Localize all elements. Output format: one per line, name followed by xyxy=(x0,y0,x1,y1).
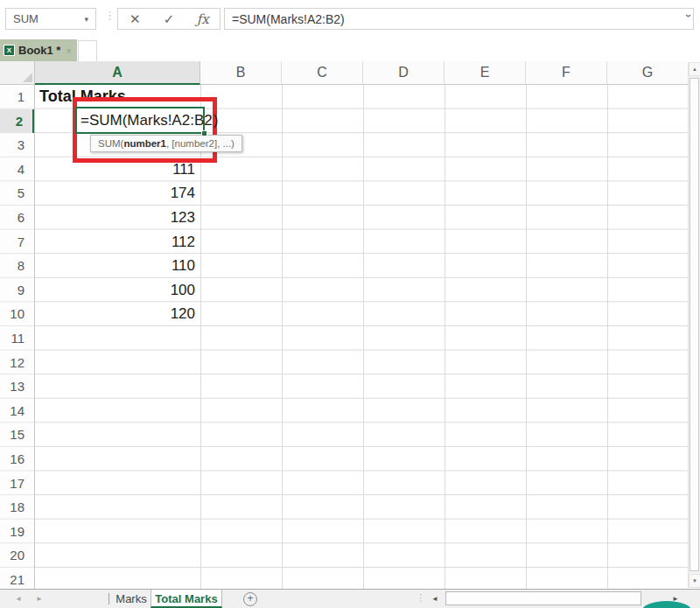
gridline xyxy=(526,85,527,589)
function-screentip: SUM(number1, [number2], ...) xyxy=(90,135,242,152)
column-header-a[interactable]: A xyxy=(35,61,200,85)
vertical-scrollbar[interactable]: ▲ ▼ xyxy=(688,62,700,588)
workbook-tab-close-icon[interactable]: × xyxy=(66,45,71,56)
column-header-b[interactable]: B xyxy=(200,61,282,85)
name-box-value: SUM xyxy=(13,12,38,25)
hint-arg1: number1 xyxy=(123,138,166,149)
row-header[interactable]: 13 xyxy=(0,374,34,399)
gridline xyxy=(444,85,445,589)
editor-text-before-caret: =SUM(Marks!A2:B2 xyxy=(80,112,213,129)
formula-buttons: ✕ ✓ ƒx xyxy=(117,8,220,30)
excel-file-icon: X xyxy=(4,45,15,56)
formula-bar-input[interactable]: =SUM(Marks!A2:B2) xyxy=(224,8,694,30)
hint-rest: , [number2], ...) xyxy=(166,138,234,149)
fill-handle[interactable] xyxy=(201,130,207,136)
row-header[interactable]: 20 xyxy=(0,543,34,568)
column-header-g[interactable]: G xyxy=(607,61,688,85)
column-header-c[interactable]: C xyxy=(282,61,363,85)
tab-divider xyxy=(108,593,109,605)
row-headers: 1 2 3 4 5 6 7 8 9 10 11 12 13 14 15 16 1… xyxy=(0,85,35,589)
row-header[interactable]: 8 xyxy=(0,254,34,278)
gridline xyxy=(363,85,364,589)
enter-button[interactable]: ✓ xyxy=(152,9,186,29)
sheet-tab-total-marks[interactable]: Total Marks xyxy=(150,590,222,608)
select-all-triangle-icon xyxy=(23,73,32,82)
scroll-left-icon[interactable]: ◄ xyxy=(431,590,438,608)
row-header-active[interactable]: 2 xyxy=(0,109,34,134)
insert-function-button[interactable]: ƒx xyxy=(186,9,220,29)
new-sheet-button[interactable]: + xyxy=(243,592,257,606)
column-headers: A B C D E F G xyxy=(35,61,688,85)
row-header[interactable]: 5 xyxy=(0,181,34,206)
sheet-tab-bar: ◄ ► Marks Total Marks + ⋮ ◄ ► xyxy=(0,589,700,608)
row-header[interactable]: 7 xyxy=(0,230,34,255)
row-header[interactable]: 18 xyxy=(0,495,34,520)
cell-a9[interactable]: 100 xyxy=(35,278,195,303)
row-header[interactable]: 6 xyxy=(0,206,34,230)
active-cell-editor[interactable]: =SUM(Marks!A2:B2 ) xyxy=(75,107,205,134)
document-tab-strip: X Book1 * × ▾ ✕ xyxy=(0,38,700,61)
scroll-down-icon[interactable]: ▼ xyxy=(689,574,700,588)
formula-bar-row: SUM ▾ ⋮ ✕ ✓ ƒx =SUM(Marks!A2:B2) › xyxy=(0,0,700,38)
row-header[interactable]: 19 xyxy=(0,520,34,544)
grip-dots-icon: ⋮ xyxy=(104,11,116,19)
row-header[interactable]: 11 xyxy=(0,326,34,351)
hint-prefix: SUM( xyxy=(98,138,123,149)
name-box-dropdown-icon[interactable]: ▾ xyxy=(84,15,88,24)
cell-a5[interactable]: 174 xyxy=(35,181,195,206)
cell-a10[interactable]: 120 xyxy=(35,302,195,326)
workbook-tab-label: Book1 * xyxy=(18,44,60,57)
cancel-button[interactable]: ✕ xyxy=(118,9,152,29)
cell-a6[interactable]: 123 xyxy=(35,206,195,230)
sheet-tab-marks[interactable]: Marks xyxy=(112,590,150,608)
row-header[interactable]: 3 xyxy=(0,133,34,157)
row-header[interactable]: 17 xyxy=(0,472,34,496)
cell-a7[interactable]: 112 xyxy=(35,230,195,255)
column-header-d[interactable]: D xyxy=(363,61,444,85)
gridline xyxy=(282,85,283,589)
row-header[interactable]: 4 xyxy=(0,157,34,182)
expand-formula-bar-icon[interactable]: › xyxy=(684,14,695,24)
workbook-tab[interactable]: X Book1 * × xyxy=(0,39,77,61)
row-header[interactable]: 9 xyxy=(0,278,34,303)
horizontal-scroll-thumb[interactable] xyxy=(445,591,641,605)
sheet-nav-left-icon[interactable]: ◄ xyxy=(15,590,22,608)
editor-text-after-caret: ) xyxy=(214,112,219,129)
column-header-e[interactable]: E xyxy=(444,61,526,85)
scrollbar-resize-dots-icon[interactable]: ⋮ xyxy=(416,592,425,604)
column-header-f[interactable]: F xyxy=(526,61,607,85)
row-header[interactable]: 10 xyxy=(0,302,34,326)
row-header[interactable]: 1 xyxy=(0,85,34,109)
select-all-corner[interactable] xyxy=(0,61,35,85)
row-header[interactable]: 15 xyxy=(0,423,34,447)
sheet-nav-right-icon[interactable]: ► xyxy=(36,590,43,608)
new-document-tab[interactable] xyxy=(78,40,97,61)
row-header[interactable]: 14 xyxy=(0,399,34,423)
name-box[interactable]: SUM ▾ xyxy=(5,8,96,30)
row-header[interactable]: 21 xyxy=(0,568,34,589)
cell-a8[interactable]: 110 xyxy=(35,254,195,278)
vertical-scroll-thumb[interactable] xyxy=(690,78,699,571)
row-header[interactable]: 12 xyxy=(0,351,34,375)
gridline xyxy=(607,85,608,589)
row-header[interactable]: 16 xyxy=(0,447,34,472)
scroll-up-icon[interactable]: ▲ xyxy=(689,62,700,76)
